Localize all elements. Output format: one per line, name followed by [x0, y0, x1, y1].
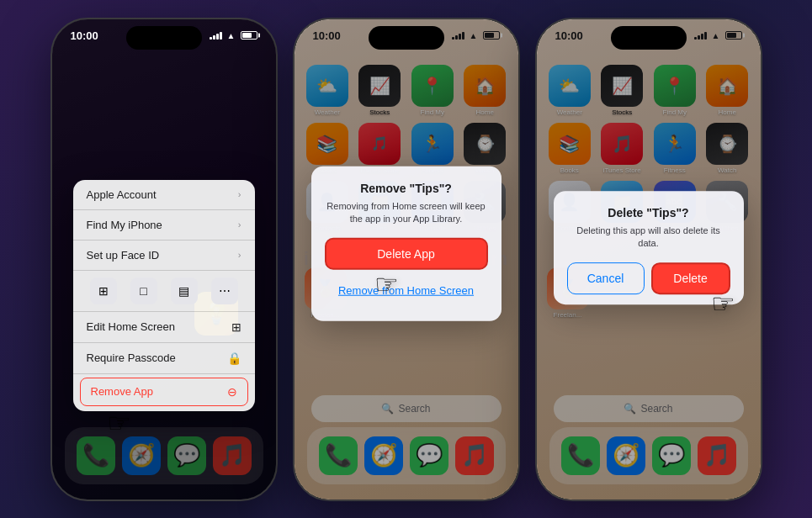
- alert-message-2: Removing from Home screen will keep the …: [325, 200, 488, 226]
- grid-icon: ⊞: [90, 278, 117, 304]
- phone-2: 10:00 ▲ ⛅Weather 📈Stocks: [293, 18, 520, 501]
- status-icons-1: ▲: [210, 31, 257, 40]
- hand-cursor-3: ☞: [711, 288, 735, 320]
- more-icon: ⋯: [211, 278, 238, 304]
- wifi-icon-1: ▲: [227, 31, 236, 40]
- alert-message-3: Deleting this app will also delete its d…: [567, 225, 730, 251]
- layout-icon: ▤: [171, 278, 198, 304]
- alert-buttons-row: Cancel Delete: [567, 262, 730, 294]
- remove-app-button[interactable]: Remove App ⊖: [80, 378, 248, 406]
- remove-tips-dialog: Remove "Tips"? Removing from Home screen…: [311, 166, 502, 321]
- alert-title-3: Delete "Tips"?: [567, 206, 730, 219]
- hand-cursor-2: ☞: [374, 268, 399, 300]
- scene: iphone16manual.com 10:00 ▲: [0, 0, 812, 518]
- context-menu-require-passcode[interactable]: Require Passcode 🔒: [73, 343, 255, 374]
- share-icon: □: [130, 278, 157, 304]
- phone-3: 10:00 ▲ ⛅Weather 📈Stocks: [535, 18, 762, 501]
- context-menu: Apple Account › Find My iPhone › Set up …: [73, 180, 255, 411]
- context-menu-apple-account[interactable]: Apple Account ›: [73, 180, 255, 210]
- remove-from-home-button[interactable]: Remove from Home Screen: [325, 277, 488, 304]
- status-bar-1: 10:00 ▲: [52, 19, 276, 45]
- context-menu-icons-row: ⊞ □ ▤ ⋯: [73, 271, 255, 312]
- context-menu-edit-home-screen[interactable]: Edit Home Screen ⊞: [73, 312, 255, 343]
- cancel-button[interactable]: Cancel: [567, 262, 645, 294]
- context-menu-find-my-iphone[interactable]: Find My iPhone ›: [73, 210, 255, 240]
- battery-icon-1: [241, 31, 257, 40]
- status-time-1: 10:00: [71, 29, 98, 42]
- alert-title-2: Remove "Tips"?: [325, 182, 488, 195]
- hand-cursor-1: ☞: [107, 407, 131, 439]
- context-menu-setup-face-id[interactable]: Set up Face ID ›: [73, 240, 255, 271]
- delete-app-button[interactable]: Delete App: [325, 238, 488, 270]
- signal-icon-1: [210, 31, 222, 40]
- phone-3-screen: 10:00 ▲ ⛅Weather 📈Stocks: [537, 19, 761, 500]
- phone-1-screen: 10:00 ▲ 💡: [52, 19, 276, 500]
- phone-2-screen: 10:00 ▲ ⛅Weather 📈Stocks: [295, 19, 518, 500]
- phone-1: 10:00 ▲ 💡: [50, 18, 278, 501]
